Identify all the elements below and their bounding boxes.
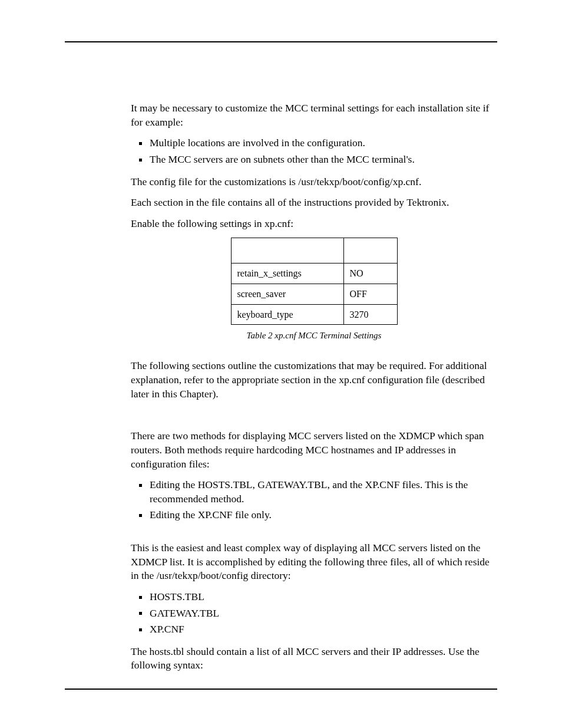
table-row: screen_saver OFF — [231, 284, 397, 304]
methods-paragraph: There are two methods for displaying MCC… — [131, 429, 497, 471]
method1-bullet-list: HOSTS.TBL GATEWAY.TBL XP.CNF — [131, 590, 497, 637]
table-cell-val: NO — [343, 263, 397, 284]
table-caption: Table 2 xp.cnf MCC Terminal Settings — [131, 330, 497, 341]
page: It may be necessary to customize the MCC… — [0, 0, 562, 728]
section-gap-small — [131, 531, 497, 541]
methods-bullet-1: Editing the HOSTS.TBL, GATEWAY.TBL, and … — [131, 478, 497, 506]
intro-bullet-list: Multiple locations are involved in the c… — [131, 136, 497, 166]
table-header-2 — [343, 238, 397, 263]
table-cell-key: keyboard_type — [231, 304, 343, 325]
top-rule — [65, 41, 497, 42]
method1-bullet-3: XP.CNF — [131, 622, 497, 637]
methods-bullet-2: Editing the XP.CNF file only. — [131, 508, 497, 522]
content-block: It may be necessary to customize the MCC… — [131, 101, 497, 673]
intro-paragraph-4: Enable the following settings in xp.cnf: — [131, 217, 497, 231]
table-cell-val: 3270 — [343, 304, 397, 325]
after-table-paragraph: The following sections outline the custo… — [131, 359, 497, 401]
method1-paragraph-2: The hosts.tbl should contain a list of a… — [131, 645, 497, 673]
table-cell-key: screen_saver — [231, 284, 343, 304]
table-row: keyboard_type 3270 — [231, 304, 397, 325]
table-cell-key: retain_x_settings — [231, 263, 343, 284]
intro-bullet-2: The MCC servers are on subnets other tha… — [131, 153, 497, 167]
table-row: retain_x_settings NO — [231, 263, 397, 284]
intro-bullet-1: Multiple locations are involved in the c… — [131, 136, 497, 150]
intro-paragraph-1: It may be necessary to customize the MCC… — [131, 101, 497, 129]
method1-bullet-2: GATEWAY.TBL — [131, 607, 497, 621]
method1-paragraph-1: This is the easiest and least complex wa… — [131, 541, 497, 583]
bottom-rule — [65, 689, 497, 690]
methods-bullet-list: Editing the HOSTS.TBL, GATEWAY.TBL, and … — [131, 478, 497, 522]
table-cell-val: OFF — [343, 284, 397, 304]
method1-bullet-1: HOSTS.TBL — [131, 590, 497, 604]
settings-table: retain_x_settings NO screen_saver OFF ke… — [231, 238, 398, 325]
bottom-rule-wrap — [65, 689, 497, 690]
section-gap — [131, 408, 497, 429]
table-header-1 — [231, 238, 343, 263]
intro-paragraph-3: Each section in the file contains all of… — [131, 196, 497, 210]
table-header-row — [231, 238, 397, 263]
intro-paragraph-2: The config file for the customizations i… — [131, 175, 497, 189]
